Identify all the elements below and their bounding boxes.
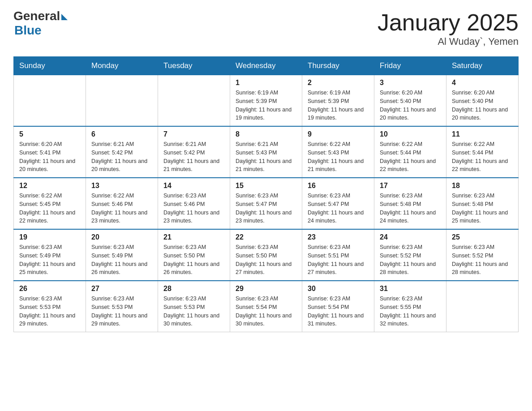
- calendar-cell: 7Sunrise: 6:21 AM Sunset: 5:42 PM Daylig…: [158, 126, 230, 178]
- day-number: 11: [452, 130, 513, 138]
- day-info: Sunrise: 6:23 AM Sunset: 5:50 PM Dayligh…: [236, 243, 296, 277]
- day-info: Sunrise: 6:23 AM Sunset: 5:49 PM Dayligh…: [19, 243, 80, 277]
- calendar-cell: 2Sunrise: 6:19 AM Sunset: 5:39 PM Daylig…: [302, 75, 374, 127]
- day-info: Sunrise: 6:19 AM Sunset: 5:39 PM Dayligh…: [308, 89, 369, 122]
- calendar-cell: 8Sunrise: 6:21 AM Sunset: 5:43 PM Daylig…: [230, 126, 302, 178]
- header-cell-sunday: Sunday: [14, 57, 86, 75]
- logo-blue-text: Blue: [14, 23, 42, 38]
- day-info: Sunrise: 6:23 AM Sunset: 5:53 PM Dayligh…: [91, 295, 152, 328]
- calendar-cell: 16Sunrise: 6:23 AM Sunset: 5:47 PM Dayli…: [302, 178, 374, 229]
- calendar-cell: 29Sunrise: 6:23 AM Sunset: 5:54 PM Dayli…: [230, 281, 302, 332]
- day-info: Sunrise: 6:23 AM Sunset: 5:46 PM Dayligh…: [163, 192, 224, 225]
- page-header: General Blue January 2025 Al Wuday`, Yem…: [13, 9, 519, 47]
- day-info: Sunrise: 6:23 AM Sunset: 5:48 PM Dayligh…: [380, 192, 441, 225]
- day-number: 10: [380, 130, 441, 138]
- day-info: Sunrise: 6:23 AM Sunset: 5:47 PM Dayligh…: [308, 192, 369, 225]
- day-number: 31: [380, 285, 441, 293]
- day-info: Sunrise: 6:22 AM Sunset: 5:43 PM Dayligh…: [308, 140, 369, 174]
- day-info: Sunrise: 6:23 AM Sunset: 5:48 PM Dayligh…: [452, 192, 513, 225]
- calendar-cell: 22Sunrise: 6:23 AM Sunset: 5:50 PM Dayli…: [230, 229, 302, 281]
- day-info: Sunrise: 6:23 AM Sunset: 5:55 PM Dayligh…: [380, 295, 441, 328]
- day-number: 5: [19, 130, 80, 138]
- day-number: 4: [452, 79, 513, 87]
- day-info: Sunrise: 6:22 AM Sunset: 5:46 PM Dayligh…: [91, 192, 152, 225]
- day-info: Sunrise: 6:21 AM Sunset: 5:42 PM Dayligh…: [163, 140, 224, 174]
- header-cell-thursday: Thursday: [302, 57, 374, 75]
- day-number: 15: [236, 182, 296, 190]
- calendar-week-row: 26Sunrise: 6:23 AM Sunset: 5:53 PM Dayli…: [14, 281, 519, 332]
- calendar-cell: 4Sunrise: 6:20 AM Sunset: 5:40 PM Daylig…: [446, 75, 519, 127]
- calendar-cell: [158, 75, 230, 127]
- day-number: 27: [91, 285, 152, 293]
- day-info: Sunrise: 6:20 AM Sunset: 5:40 PM Dayligh…: [452, 89, 513, 122]
- day-number: 14: [163, 182, 224, 190]
- day-number: 28: [163, 285, 224, 293]
- day-number: 25: [452, 233, 513, 241]
- day-number: 7: [163, 130, 224, 138]
- day-number: 18: [452, 182, 513, 190]
- day-number: 30: [308, 285, 369, 293]
- calendar-cell: 19Sunrise: 6:23 AM Sunset: 5:49 PM Dayli…: [14, 229, 86, 281]
- logo-arrow-icon: [61, 14, 68, 20]
- month-title: January 2025: [378, 9, 519, 36]
- calendar-week-row: 12Sunrise: 6:22 AM Sunset: 5:45 PM Dayli…: [14, 178, 519, 229]
- day-number: 2: [308, 79, 369, 87]
- header-cell-monday: Monday: [86, 57, 158, 75]
- calendar-cell: 11Sunrise: 6:22 AM Sunset: 5:44 PM Dayli…: [446, 126, 519, 178]
- calendar-table: SundayMondayTuesdayWednesdayThursdayFrid…: [13, 56, 519, 332]
- day-number: 6: [91, 130, 152, 138]
- title-area: January 2025 Al Wuday`, Yemen: [378, 9, 519, 47]
- calendar-cell: 3Sunrise: 6:20 AM Sunset: 5:40 PM Daylig…: [374, 75, 446, 127]
- day-number: 1: [236, 79, 296, 87]
- day-number: 12: [19, 182, 80, 190]
- day-number: 22: [236, 233, 296, 241]
- calendar-cell: 14Sunrise: 6:23 AM Sunset: 5:46 PM Dayli…: [158, 178, 230, 229]
- day-info: Sunrise: 6:22 AM Sunset: 5:44 PM Dayligh…: [380, 140, 441, 174]
- calendar-cell: 27Sunrise: 6:23 AM Sunset: 5:53 PM Dayli…: [86, 281, 158, 332]
- day-number: 20: [91, 233, 152, 241]
- calendar-cell: 13Sunrise: 6:22 AM Sunset: 5:46 PM Dayli…: [86, 178, 158, 229]
- calendar-cell: [86, 75, 158, 127]
- day-info: Sunrise: 6:20 AM Sunset: 5:40 PM Dayligh…: [380, 89, 441, 122]
- calendar-cell: 28Sunrise: 6:23 AM Sunset: 5:53 PM Dayli…: [158, 281, 230, 332]
- day-info: Sunrise: 6:23 AM Sunset: 5:52 PM Dayligh…: [452, 243, 513, 277]
- calendar-week-row: 5Sunrise: 6:20 AM Sunset: 5:41 PM Daylig…: [14, 126, 519, 178]
- header-cell-friday: Friday: [374, 57, 446, 75]
- calendar-week-row: 19Sunrise: 6:23 AM Sunset: 5:49 PM Dayli…: [14, 229, 519, 281]
- day-info: Sunrise: 6:21 AM Sunset: 5:42 PM Dayligh…: [91, 140, 152, 174]
- calendar-cell: 25Sunrise: 6:23 AM Sunset: 5:52 PM Dayli…: [446, 229, 519, 281]
- day-info: Sunrise: 6:19 AM Sunset: 5:39 PM Dayligh…: [236, 89, 296, 122]
- calendar-cell: 12Sunrise: 6:22 AM Sunset: 5:45 PM Dayli…: [14, 178, 86, 229]
- calendar-header-row: SundayMondayTuesdayWednesdayThursdayFrid…: [14, 57, 519, 75]
- day-number: 13: [91, 182, 152, 190]
- day-number: 16: [308, 182, 369, 190]
- day-number: 17: [380, 182, 441, 190]
- day-number: 26: [19, 285, 80, 293]
- day-info: Sunrise: 6:23 AM Sunset: 5:53 PM Dayligh…: [19, 295, 80, 328]
- day-number: 23: [308, 233, 369, 241]
- day-number: 9: [308, 130, 369, 138]
- day-info: Sunrise: 6:23 AM Sunset: 5:53 PM Dayligh…: [163, 295, 224, 328]
- calendar-week-row: 1Sunrise: 6:19 AM Sunset: 5:39 PM Daylig…: [14, 75, 519, 127]
- day-number: 21: [163, 233, 224, 241]
- day-info: Sunrise: 6:23 AM Sunset: 5:47 PM Dayligh…: [236, 192, 296, 225]
- calendar-cell: 26Sunrise: 6:23 AM Sunset: 5:53 PM Dayli…: [14, 281, 86, 332]
- day-info: Sunrise: 6:21 AM Sunset: 5:43 PM Dayligh…: [236, 140, 296, 174]
- header-cell-tuesday: Tuesday: [158, 57, 230, 75]
- calendar-cell: 18Sunrise: 6:23 AM Sunset: 5:48 PM Dayli…: [446, 178, 519, 229]
- day-info: Sunrise: 6:23 AM Sunset: 5:54 PM Dayligh…: [236, 295, 296, 328]
- calendar-cell: 15Sunrise: 6:23 AM Sunset: 5:47 PM Dayli…: [230, 178, 302, 229]
- calendar-cell: 6Sunrise: 6:21 AM Sunset: 5:42 PM Daylig…: [86, 126, 158, 178]
- calendar-cell: 24Sunrise: 6:23 AM Sunset: 5:52 PM Dayli…: [374, 229, 446, 281]
- day-info: Sunrise: 6:23 AM Sunset: 5:52 PM Dayligh…: [380, 243, 441, 277]
- day-info: Sunrise: 6:20 AM Sunset: 5:41 PM Dayligh…: [19, 140, 80, 174]
- header-cell-saturday: Saturday: [446, 57, 519, 75]
- calendar-cell: 30Sunrise: 6:23 AM Sunset: 5:54 PM Dayli…: [302, 281, 374, 332]
- day-info: Sunrise: 6:23 AM Sunset: 5:54 PM Dayligh…: [308, 295, 369, 328]
- calendar-cell: 5Sunrise: 6:20 AM Sunset: 5:41 PM Daylig…: [14, 126, 86, 178]
- calendar-cell: [446, 281, 519, 332]
- logo: General Blue: [13, 9, 68, 38]
- calendar-cell: 20Sunrise: 6:23 AM Sunset: 5:49 PM Dayli…: [86, 229, 158, 281]
- day-number: 8: [236, 130, 296, 138]
- day-number: 24: [380, 233, 441, 241]
